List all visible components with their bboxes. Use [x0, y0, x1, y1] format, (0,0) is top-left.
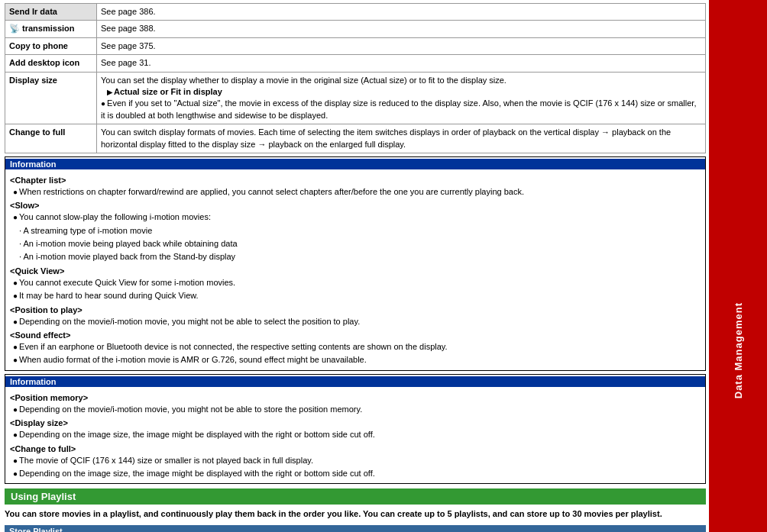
feature-table: Send Ir data See page 386. 📡 transmissio…: [5, 3, 706, 153]
content-transmission: See page 388.: [97, 21, 706, 37]
info-box-1-header: Information: [5, 159, 705, 169]
table-row-add-desktop: Add desktop icon See page 31.: [5, 55, 706, 72]
table-row-send-ir: Send Ir data See page 386.: [5, 4, 706, 21]
side-label: Data Management: [709, 0, 767, 532]
info-section-sound-effect: <Sound effect> Even if an earphone or Bl…: [10, 330, 701, 366]
label-display-size: Display size: [5, 72, 97, 124]
info-section-display-size: <Display size> Depending on the image si…: [10, 418, 701, 440]
label-add-desktop: Add desktop icon: [5, 55, 97, 72]
table-row-copy-to-phone: Copy to phone See page 375.: [5, 37, 706, 54]
content-add-desktop: See page 31.: [97, 55, 706, 72]
info-box-2: Information <Position memory> Depending …: [5, 374, 706, 485]
info-box-2-header: Information: [5, 376, 705, 387]
playlist-intro: You can store movies in a playlist, and …: [5, 508, 706, 521]
side-label-text: Data Management: [733, 302, 744, 398]
info-section-change-to-full: <Change to full> The movie of QCIF (176 …: [10, 444, 701, 480]
label-transmission: 📡 transmission: [5, 21, 97, 37]
content-copy-to-phone: See page 375.: [97, 37, 706, 54]
label-send-ir: Send Ir data: [5, 4, 97, 21]
info-section-slow: <Slow> You cannot slow-play the followin…: [10, 201, 701, 263]
info-section-chapter: <Chapter list> When restrictions on chap…: [10, 176, 701, 198]
info-box-1: Information <Chapter list> When restrict…: [5, 156, 706, 371]
content-change-to-full: You can switch display formats of movies…: [97, 124, 706, 153]
content-display-size: You can set the display whether to displ…: [97, 72, 706, 124]
store-playlist-header: Store Playlist: [5, 525, 706, 532]
info-section-position-memory: <Position memory> Depending on the movie…: [10, 393, 701, 415]
info-section-quick-view: <Quick View> You cannot execute Quick Vi…: [10, 266, 701, 302]
table-row-change-to-full: Change to full You can switch display fo…: [5, 124, 706, 153]
label-change-to-full: Change to full: [5, 124, 97, 153]
table-row-display-size: Display size You can set the display whe…: [5, 72, 706, 124]
content-send-ir: See page 386.: [97, 4, 706, 21]
using-playlist-header: Using Playlist: [5, 488, 706, 505]
label-copy-to-phone: Copy to phone: [5, 37, 97, 54]
table-row-transmission: 📡 transmission See page 388.: [5, 21, 706, 37]
info-section-position-to-play: <Position to play> Depending on the movi…: [10, 305, 701, 327]
